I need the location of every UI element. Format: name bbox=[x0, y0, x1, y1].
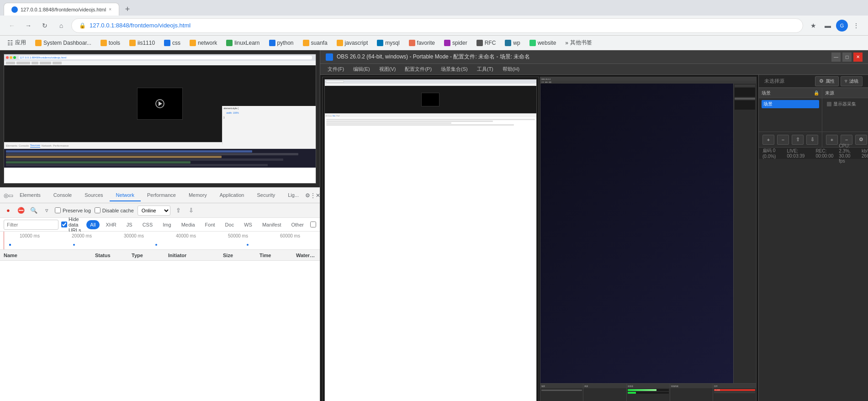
col-header-name[interactable]: Name bbox=[0, 253, 91, 258]
devtools-inspect-button[interactable]: ◎ bbox=[4, 189, 8, 202]
obs-menu-scenes[interactable]: 场景集合(S) bbox=[437, 65, 471, 74]
scene-down-button[interactable]: ⇩ bbox=[806, 135, 818, 145]
bookmark-network[interactable]: network bbox=[186, 39, 221, 47]
col-header-initiator[interactable]: Initiator bbox=[164, 253, 219, 258]
back-button[interactable]: ← bbox=[5, 19, 18, 32]
obs-properties-button[interactable]: ⚙ 属性 bbox=[815, 76, 839, 86]
forward-button[interactable]: → bbox=[22, 19, 35, 32]
filter-font-button[interactable]: Font bbox=[201, 220, 219, 229]
extensions-button[interactable]: ▬ bbox=[821, 19, 834, 32]
filter-css-button[interactable]: CSS bbox=[139, 220, 157, 229]
filter-other-checkbox[interactable] bbox=[310, 222, 316, 227]
bookmark-css[interactable]: css bbox=[160, 39, 184, 47]
filter-ws-button[interactable]: WS bbox=[240, 220, 256, 229]
tab-close-button[interactable]: × bbox=[109, 7, 111, 12]
filter-media-button[interactable]: Media bbox=[178, 220, 199, 229]
tab-lighthouse[interactable]: Lig... bbox=[281, 190, 305, 201]
obs-menu-view[interactable]: 视图(V) bbox=[376, 65, 400, 74]
hide-data-urls-label[interactable]: Hide data URLs bbox=[61, 216, 84, 233]
bookmark-suanfa[interactable]: suanfa bbox=[299, 39, 331, 47]
col-header-status[interactable]: Status bbox=[91, 253, 128, 258]
obs-maximize-button[interactable]: ◻ bbox=[842, 53, 852, 62]
bookmark-iis1110[interactable]: iis1110 bbox=[126, 39, 159, 47]
scene-item-default[interactable]: 场景 bbox=[762, 100, 819, 108]
tab-performance[interactable]: Performance bbox=[141, 190, 182, 201]
obs-menu-edit[interactable]: 编辑(E) bbox=[349, 65, 374, 74]
import-button[interactable]: ⇧ bbox=[174, 206, 183, 215]
record-button[interactable]: ● bbox=[4, 206, 13, 215]
scene-add-button[interactable]: + bbox=[762, 135, 774, 145]
obs-menu-help[interactable]: 帮助(H) bbox=[499, 65, 523, 74]
col-header-type[interactable]: Type bbox=[128, 253, 164, 258]
clear-button[interactable]: ⛔ bbox=[16, 206, 26, 215]
filter-img-button[interactable]: Img bbox=[159, 220, 175, 229]
search-network-button[interactable]: 🔍 bbox=[29, 206, 38, 215]
preserve-log-label[interactable]: Preserve log bbox=[55, 207, 91, 213]
filter-button[interactable]: ▿ bbox=[42, 206, 51, 215]
bookmark-mysql[interactable]: mysql bbox=[373, 39, 403, 47]
tab-console[interactable]: Console bbox=[47, 190, 78, 201]
home-button[interactable]: ⌂ bbox=[55, 19, 68, 32]
source-item-display[interactable]: 显示器采集 👁 🔒 bbox=[825, 100, 868, 108]
network-table-header: Name Status Type Initiator Size Time Wat… bbox=[0, 250, 320, 261]
scenes-lock-icon[interactable]: 🔒 bbox=[814, 90, 819, 95]
tab-security[interactable]: Security bbox=[250, 190, 281, 201]
star-button[interactable]: ★ bbox=[807, 19, 820, 32]
bookmark-javascript[interactable]: javascript bbox=[333, 39, 372, 47]
bookmark-rfc[interactable]: RFC bbox=[473, 39, 500, 47]
new-tab-button[interactable]: + bbox=[121, 3, 134, 16]
active-tab[interactable]: 127.0.0.1:8848/frontdemo/videojs.html × bbox=[4, 3, 119, 16]
bookmark-wp[interactable]: wp bbox=[501, 39, 524, 47]
col-header-time[interactable]: Time bbox=[256, 253, 292, 258]
obs-menu-tools[interactable]: 工具(T) bbox=[473, 65, 497, 74]
preserve-log-checkbox[interactable] bbox=[55, 207, 61, 213]
scene-remove-button[interactable]: − bbox=[777, 135, 789, 145]
devtools-device-button[interactable]: ▭ bbox=[8, 189, 13, 202]
disable-cache-label[interactable]: Disable cache bbox=[95, 207, 134, 213]
bookmark-system-dashboard[interactable]: System Dashboar... bbox=[32, 39, 95, 47]
timeline-label-30k: 30000 ms bbox=[108, 233, 160, 238]
bookmark-favorite[interactable]: favorite bbox=[405, 39, 439, 47]
bookmark-apps[interactable]: ☷ 应用 bbox=[4, 38, 30, 47]
bookmark-python[interactable]: python bbox=[265, 39, 297, 47]
menu-button[interactable]: ⋮ bbox=[850, 19, 863, 32]
address-bar[interactable]: 🔒 127.0.0.1:8848/frontdemo/videojs.html bbox=[71, 18, 803, 33]
bookmark-more[interactable]: » 其他书签 bbox=[561, 38, 596, 47]
filter-manifest-button[interactable]: Manifest bbox=[259, 220, 285, 229]
tab-application[interactable]: Application bbox=[213, 190, 251, 201]
bookmark-website[interactable]: website bbox=[526, 39, 560, 47]
col-header-size[interactable]: Size bbox=[219, 253, 256, 258]
tab-memory[interactable]: Memory bbox=[182, 190, 213, 201]
source-add-button[interactable]: + bbox=[826, 135, 838, 145]
scene-up-button[interactable]: ⇧ bbox=[792, 135, 804, 145]
disable-cache-checkbox[interactable] bbox=[95, 207, 101, 213]
col-header-waterfall[interactable]: Waterfall bbox=[292, 253, 320, 258]
filter-other-button[interactable]: Other bbox=[287, 220, 307, 229]
devtools-settings-button[interactable]: ⚙ bbox=[305, 189, 310, 202]
filter-xhr-button[interactable]: XHR bbox=[102, 220, 120, 229]
obs-minimize-button[interactable]: — bbox=[831, 53, 841, 62]
bookmark-linuxlearn[interactable]: linuxLearn bbox=[222, 39, 263, 47]
bookmark-tools[interactable]: tools bbox=[97, 39, 124, 47]
tab-network[interactable]: Network bbox=[110, 190, 141, 201]
bookmark-spider[interactable]: spider bbox=[440, 39, 471, 47]
obs-menu-profile[interactable]: 配置文件(P) bbox=[401, 65, 435, 74]
tab-sources[interactable]: Sources bbox=[78, 190, 109, 201]
obs-menu-file[interactable]: 文件(F) bbox=[324, 65, 348, 74]
reload-button[interactable]: ↻ bbox=[38, 19, 51, 32]
hide-data-urls-checkbox[interactable] bbox=[61, 222, 67, 227]
filter-all-button[interactable]: All bbox=[86, 220, 99, 229]
source-settings-button[interactable]: ⚙ bbox=[855, 135, 867, 145]
obs-filters-button[interactable]: ▿ 滤镜 bbox=[841, 76, 863, 86]
filter-js-button[interactable]: JS bbox=[123, 220, 136, 229]
filter-doc-button[interactable]: Doc bbox=[222, 220, 238, 229]
filter-input[interactable] bbox=[4, 220, 58, 230]
obs-close-button[interactable]: ✕ bbox=[853, 53, 863, 62]
bookmark-python-label: python bbox=[277, 40, 294, 46]
export-button[interactable]: ⇩ bbox=[187, 206, 196, 215]
devtools-more-button[interactable]: ⋮ bbox=[310, 189, 316, 202]
profile-button[interactable]: G bbox=[836, 20, 848, 32]
network-throttle-select[interactable]: Online Fast 3G Slow 3G Offline bbox=[138, 206, 170, 216]
tab-elements[interactable]: Elements bbox=[13, 190, 47, 201]
devtools-close-button[interactable]: ✕ bbox=[316, 189, 320, 202]
